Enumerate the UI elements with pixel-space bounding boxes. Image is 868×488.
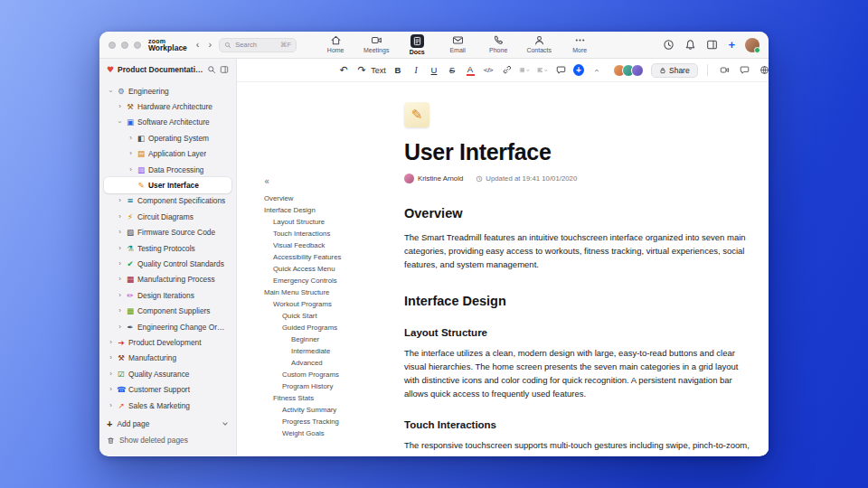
bold-button[interactable]: B [392,63,403,78]
app-tab[interactable]: Docs [403,34,430,55]
outline-item[interactable]: Interface Design [264,204,389,216]
chevron-icon[interactable] [108,88,114,95]
sidebar-collapse-icon[interactable] [220,65,229,74]
doc-block[interactable]: The Smart Treadmill features an intuitiv… [404,230,750,271]
sidebar-page-item[interactable]: ✔ Quality Control Standards [104,256,231,271]
outline-item[interactable]: Touch Interactions [264,228,389,239]
page-emoji-icon[interactable]: ✎ [404,102,429,127]
share-button[interactable]: Share [651,63,698,78]
outline-item[interactable]: Overview [264,192,389,204]
page-title[interactable]: User Interface [404,139,750,165]
collapse-toolbar-button[interactable] [591,63,602,78]
outline-item[interactable]: Activity Summary [264,404,389,416]
chevron-icon[interactable] [117,276,123,283]
chevron-icon[interactable] [117,245,123,252]
outline-item[interactable]: Emergency Controls [264,275,389,286]
sidebar-page-item[interactable]: ⚙ Engineering [104,83,231,99]
doc-block[interactable]: Layout Structure [404,327,750,338]
panel-toggle-icon[interactable] [706,39,718,51]
chevron-icon[interactable] [117,229,123,236]
app-tab[interactable]: Phone [485,34,512,55]
user-avatar[interactable] [745,38,760,52]
close-window-button[interactable] [108,42,116,49]
zoom-window-button[interactable] [134,42,141,49]
outline-item[interactable]: Main Menu Structure [264,286,389,298]
comment-button[interactable] [555,63,566,78]
outline-item[interactable]: Fitness Stats [264,392,389,404]
sidebar-page-item[interactable]: ✎ User Interface [104,177,231,192]
text-color-button[interactable]: A [465,63,476,78]
sidebar-page-item[interactable]: ☎ Customer Support [104,381,231,397]
doc-block[interactable]: Overview [404,206,750,221]
text-style-dropdown[interactable]: Text [374,63,385,78]
sidebar-page-item[interactable]: ↗ Sales & Marketing [104,398,231,413]
sidebar-page-item[interactable]: ✏ Design Iterations [104,287,231,303]
sidebar-page-item[interactable]: ✒ Engineering Change Orders [104,319,231,334]
list-button[interactable] [519,63,530,78]
chevron-icon[interactable] [108,371,114,378]
outline-item[interactable]: Program History [264,380,389,392]
sidebar-page-item[interactable]: ➔ Product Development [104,334,231,350]
align-button[interactable] [537,63,548,78]
sidebar-page-item[interactable]: ◧ Operating System [104,130,231,145]
sidebar-page-item[interactable]: ▣ Software Architecture [104,115,231,130]
doc-block[interactable]: The interface utilizes a clean, modern d… [404,346,750,400]
sidebar-page-item[interactable]: ▩ Component Suppliers [104,303,231,318]
app-tab[interactable]: Email [444,34,471,55]
chevron-icon[interactable] [108,339,114,346]
forward-button[interactable]: › [209,40,212,50]
chevron-icon[interactable] [117,118,123,126]
show-deleted-pages-button[interactable]: Show deleted pages [107,432,229,448]
insert-block-button[interactable]: + [573,64,584,76]
sidebar-page-item[interactable]: ▥ Data Processing [104,162,231,177]
collaborator-avatars[interactable] [613,64,644,77]
outline-item[interactable]: Visual Feedback [264,239,389,251]
sidebar-page-item[interactable]: ≡ Component Specifications [104,193,231,209]
outline-item[interactable]: Intermediate [264,345,389,357]
chevron-icon[interactable] [108,354,114,361]
doc-block[interactable]: The responsive touchscreen supports mult… [404,438,750,455]
new-item-button[interactable]: + [728,39,735,51]
underline-button[interactable]: U [429,63,439,78]
globe-icon[interactable] [760,65,769,75]
code-button[interactable]: </> [483,63,494,78]
undo-button[interactable]: ↶ [338,63,349,78]
outline-item[interactable]: Accessibility Features [264,251,389,263]
strikethrough-button[interactable]: S [447,63,458,78]
video-camera-icon[interactable] [720,65,730,75]
link-button[interactable] [501,63,512,78]
chevron-icon[interactable] [108,386,114,393]
minimize-window-button[interactable] [121,42,128,49]
italic-button[interactable]: I [410,63,421,78]
outline-item[interactable]: Workout Programs [264,298,389,310]
sidebar-page-item[interactable]: ⚒ Hardware Architecture [104,99,231,114]
bell-icon[interactable] [684,39,696,51]
chevron-icon[interactable] [117,103,123,110]
outline-item[interactable]: Guided Programs [264,322,389,333]
sidebar-page-item[interactable]: ⚡ Circuit Diagrams [104,209,231,224]
outline-item[interactable]: Custom Programs [264,369,389,380]
app-tab[interactable]: Meetings [363,34,390,55]
chat-bubble-icon[interactable] [740,65,750,75]
sidebar-page-item[interactable]: ▧ Firmware Source Code [104,225,231,240]
outline-item[interactable]: Advanced [264,357,389,369]
collaborator-avatar[interactable] [631,64,644,77]
sidebar-page-item[interactable]: ▦ Manufacturing Process [104,272,231,287]
outline-item[interactable]: Weight Goals [264,427,389,439]
chevron-icon[interactable] [117,213,123,221]
app-tab[interactable]: Contacts [525,34,552,55]
doc-block[interactable]: Interface Design [404,294,750,308]
sidebar-page-item[interactable]: ☑ Quality Assurance [104,366,231,381]
sidebar-page-item[interactable]: ▤ Application Layer [104,146,231,162]
sidebar-page-item[interactable]: ⚗ Testing Protocols [104,240,231,256]
chevron-icon[interactable] [117,197,123,204]
add-page-button[interactable]: + Add page [107,416,229,432]
outline-item[interactable]: Quick Access Menu [264,263,389,275]
chevron-icon[interactable] [127,166,134,174]
doc-block[interactable]: Touch Interactions [404,419,750,430]
sidebar-search-icon[interactable] [207,65,216,74]
outline-collapse-button[interactable]: « [264,176,389,186]
chevron-down-icon[interactable] [222,420,229,427]
chevron-icon[interactable] [117,260,123,267]
redo-button[interactable]: ↷ [356,63,367,78]
